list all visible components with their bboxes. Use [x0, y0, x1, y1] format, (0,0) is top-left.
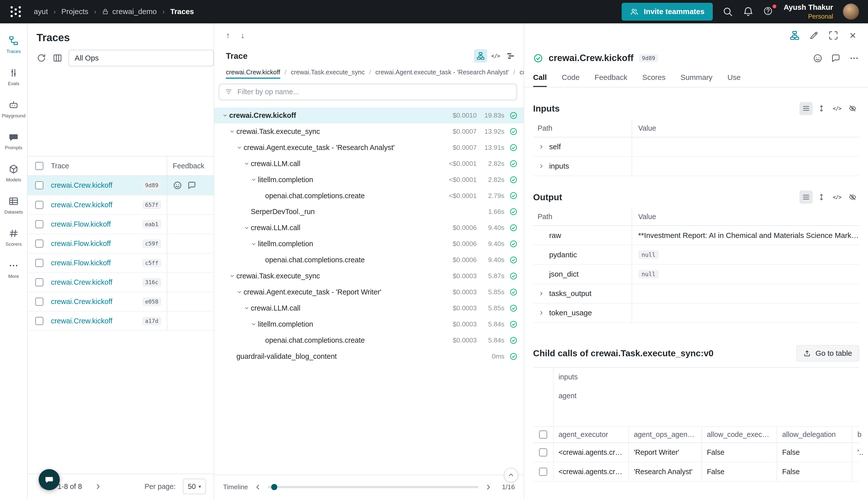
trace-span-row[interactable]: crewai.LLM.call<$0.00012.82s [214, 156, 524, 172]
kv-row[interactable]: json_dictnull [533, 265, 859, 284]
tab-use[interactable]: Use [727, 69, 741, 87]
user-menu[interactable]: Ayush Thakur Personal [784, 2, 833, 21]
chat-launcher-button[interactable] [39, 469, 60, 490]
go-to-table-button[interactable]: Go to table [796, 345, 859, 362]
edit-icon[interactable] [809, 30, 819, 41]
chevron-down-icon[interactable] [235, 145, 244, 150]
code-view-button[interactable]: </> [489, 49, 502, 63]
trace-link[interactable]: crewai.Flow.kickoff [51, 259, 139, 267]
table-row[interactable]: crewai.Flow.kickoffc5ff [28, 254, 214, 273]
trace-span-row[interactable]: crewai.LLM.call$0.00069.40s [214, 220, 524, 236]
trace-span-row[interactable]: crewai.Agent.execute_task - 'Report Writ… [214, 284, 524, 300]
trace-span-row[interactable]: openai.chat.completions.create$0.00035.8… [214, 332, 524, 348]
checkbox[interactable] [35, 240, 44, 248]
sidebar-item-datasets[interactable]: Datasets [0, 190, 27, 222]
help-button[interactable] [763, 6, 774, 17]
chevron-down-icon[interactable] [243, 225, 251, 231]
chevron-right-icon[interactable] [537, 163, 545, 169]
timeline-prev-button[interactable] [253, 483, 262, 491]
list-view-button[interactable] [799, 191, 813, 204]
trace-span-row[interactable]: crewai.Agent.execute_task - 'Research An… [214, 139, 524, 156]
bell-icon[interactable] [743, 6, 754, 17]
trace-span-row[interactable]: litellm.completion$0.00035.84s [214, 316, 524, 332]
sidebar-item-prompts[interactable]: Prompts [0, 125, 27, 157]
next-call-button[interactable]: ↓ [240, 31, 245, 40]
chevron-down-icon[interactable] [235, 289, 244, 295]
trace-link[interactable]: crewai.Crew.kickoff [51, 278, 139, 287]
trace-span-row[interactable]: openai.chat.completions.create<$0.00012.… [214, 188, 524, 204]
checkbox[interactable] [35, 297, 44, 306]
checkbox[interactable] [35, 201, 44, 209]
checkbox[interactable] [35, 278, 44, 287]
code-view-button[interactable]: </> [830, 191, 844, 204]
trace-link[interactable]: crewai.Flow.kickoff [51, 240, 139, 248]
breadcrumb-item[interactable]: Projects [61, 7, 88, 16]
sidebar-item-scorers[interactable]: Scorers [0, 222, 27, 254]
chevron-down-icon[interactable] [221, 112, 229, 118]
chevron-down-icon[interactable] [243, 305, 251, 311]
chevron-down-icon[interactable] [250, 177, 258, 183]
fullscreen-button[interactable] [828, 30, 839, 41]
trace-link[interactable]: crewai.Crew.kickoff [51, 297, 139, 306]
breadcrumb-item[interactable]: Traces [170, 7, 194, 16]
add-reaction-button[interactable] [813, 53, 823, 63]
list-view-button[interactable] [799, 102, 813, 115]
chevron-right-icon[interactable] [537, 144, 545, 150]
table-row[interactable]: crewai.Crew.kickoff657f [28, 195, 214, 215]
ops-filter-select[interactable]: All Ops [69, 50, 214, 66]
child-table-row[interactable]: <crewai.agents.cre...'Report Writer'Fals… [533, 443, 859, 462]
tab-summary[interactable]: Summary [680, 69, 712, 87]
expand-rows-button[interactable] [815, 191, 828, 204]
breadcrumb-item[interactable]: ayut [34, 7, 48, 16]
trace-span-row[interactable]: openai.chat.completions.create$0.00069.4… [214, 252, 524, 268]
tab-scores[interactable]: Scores [642, 69, 666, 87]
kv-row[interactable]: tasks_output [533, 284, 859, 304]
trace-link[interactable]: crewai.Crew.kickoff [51, 201, 139, 209]
expand-rows-button[interactable] [815, 102, 828, 115]
table-row[interactable]: crewai.Crew.kickoff316c [28, 273, 214, 292]
select-all-checkbox[interactable] [35, 162, 44, 170]
table-row[interactable]: crewai.Crew.kickoff9d89 [28, 176, 214, 195]
chevron-down-icon[interactable] [228, 129, 236, 134]
close-button[interactable]: × [847, 30, 858, 41]
sidebar-item-models[interactable]: Models [0, 157, 27, 190]
tree-view-button[interactable] [474, 49, 487, 63]
trace-span-row[interactable]: SerperDevTool._run1.66s [214, 204, 524, 220]
timeline-next-button[interactable] [484, 483, 493, 491]
sidebar-item-evals[interactable]: Evals [0, 61, 27, 93]
checkbox[interactable] [35, 181, 44, 190]
chevron-right-icon[interactable] [537, 309, 545, 316]
kv-row[interactable]: raw**Investment Report: AI in Chemical a… [533, 226, 859, 245]
search-icon[interactable] [722, 6, 733, 17]
checkbox[interactable] [35, 220, 44, 228]
trace-breadcrumb-item[interactable]: crewai.Agent.execute_task - 'Research An… [375, 69, 509, 78]
chevron-down-icon[interactable] [243, 160, 251, 167]
op-filter-input[interactable] [237, 88, 511, 96]
feedback-comment-icon[interactable] [187, 181, 196, 190]
chevron-down-icon[interactable] [250, 321, 258, 327]
add-comment-button[interactable] [831, 53, 841, 63]
trace-link[interactable]: crewai.Crew.kickoff [51, 181, 139, 190]
feedback-emoji-icon[interactable] [173, 181, 182, 190]
tab-call[interactable]: Call [533, 69, 547, 87]
trace-span-row[interactable]: crewai.Task.execute_sync$0.000713.92s [214, 123, 524, 139]
table-row[interactable]: crewai.Crew.kickoffa17d [28, 312, 214, 331]
trace-link[interactable]: crewai.Crew.kickoff [51, 317, 139, 325]
breadcrumb-item[interactable]: crewai_demo [102, 7, 157, 16]
trace-span-row[interactable]: crewai.LLM.call$0.00035.85s [214, 300, 524, 316]
checkbox[interactable] [539, 467, 547, 476]
sidebar-item-playground[interactable]: Playground [0, 93, 27, 125]
checkbox[interactable] [539, 448, 547, 457]
kv-row[interactable]: self [533, 137, 859, 157]
trace-span-row[interactable]: litellm.completion<$0.00012.82s [214, 172, 524, 188]
trace-span-row[interactable]: crewai.Crew.kickoff$0.001019.83s [214, 108, 524, 124]
chevron-down-icon[interactable] [228, 273, 236, 279]
collapse-timeline-button[interactable] [504, 468, 518, 482]
refresh-button[interactable] [36, 53, 47, 63]
code-view-button[interactable]: </> [830, 102, 844, 115]
column-settings-button[interactable] [52, 53, 63, 63]
table-row[interactable]: crewai.Flow.kickoffc59f [28, 234, 214, 254]
trace-breadcrumb-item[interactable]: crewai.Task.execute_sync [291, 69, 365, 78]
flame-view-button[interactable] [504, 49, 517, 63]
select-all-checkbox[interactable] [539, 430, 547, 439]
